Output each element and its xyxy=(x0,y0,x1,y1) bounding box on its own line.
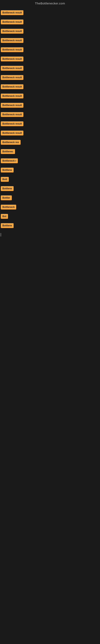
bottleneck-item: Bottleneck r xyxy=(0,156,100,166)
bottleneck-item: Bottleneck xyxy=(0,203,100,212)
site-title: TheBottlenecker.com xyxy=(35,2,65,5)
bottleneck-badge[interactable]: Bottleneck result xyxy=(1,66,23,71)
bottleneck-badge[interactable]: Bottlene xyxy=(1,223,14,228)
bottleneck-badge[interactable]: Bottleneck xyxy=(1,205,16,210)
bottleneck-badge[interactable]: Bottleneck result xyxy=(1,112,23,117)
bottleneck-badge[interactable]: Bott xyxy=(1,177,9,182)
bottleneck-badge[interactable]: Bottleneck result xyxy=(1,10,23,15)
bottleneck-item: Bottleneck result xyxy=(0,119,100,128)
bottleneck-badge[interactable]: Bottleneck result xyxy=(1,121,23,126)
bottleneck-item: Bottleneck res xyxy=(0,138,100,147)
bottleneck-item: Bottlene xyxy=(0,166,100,175)
bottleneck-item: Bottleneck result xyxy=(0,54,100,64)
bottleneck-item: Bottleneck result xyxy=(0,92,100,101)
bottleneck-item: Bottleneck result xyxy=(0,128,100,138)
bottleneck-badge[interactable]: Bot xyxy=(1,214,8,219)
bottleneck-item: Bottleneck result xyxy=(0,73,100,82)
bottleneck-item: Bottlene xyxy=(0,184,100,194)
bottleneck-item: Bottlene xyxy=(0,221,100,230)
bottleneck-badge[interactable]: Bottler xyxy=(1,196,12,200)
bottleneck-item: Bottleneck result xyxy=(0,18,100,27)
bottleneck-badge[interactable]: Bottlene xyxy=(1,186,14,191)
cursor-area: | xyxy=(0,232,100,238)
bottleneck-item: Bottleneck result xyxy=(0,82,100,92)
bottleneck-badge[interactable]: Bottleneck result xyxy=(1,84,23,89)
items-container: Bottleneck resultBottleneck resultBottle… xyxy=(0,8,100,230)
site-header: TheBottlenecker.com xyxy=(0,0,100,8)
bottleneck-item: Bottleneck result xyxy=(0,101,100,110)
bottleneck-item: Bottleneck result xyxy=(0,64,100,73)
cursor-indicator: | xyxy=(0,232,1,237)
bottleneck-item: Bottler xyxy=(0,194,100,203)
bottleneck-badge[interactable]: Bottleneck res xyxy=(1,140,21,145)
bottleneck-badge[interactable]: Bottlene xyxy=(1,168,14,172)
bottleneck-badge[interactable]: Bottleneck result xyxy=(1,38,23,43)
bottleneck-item: Bottleneck result xyxy=(0,45,100,54)
bottleneck-badge[interactable]: Bottleneck result xyxy=(1,130,23,136)
bottleneck-badge[interactable]: Bottleneck result xyxy=(1,29,23,34)
bottleneck-item: Bott xyxy=(0,175,100,184)
bottleneck-badge[interactable]: Bottleneck result xyxy=(1,103,23,108)
bottleneck-badge[interactable]: Bottleneck r xyxy=(1,158,18,163)
bottleneck-item: Bottleneck result xyxy=(0,27,100,36)
bottleneck-badge[interactable]: Bottleneck result xyxy=(1,20,23,24)
bottleneck-item: Bottleneck result xyxy=(0,110,100,119)
bottleneck-item: Bottleneck result xyxy=(0,36,100,45)
bottleneck-item: Bot xyxy=(0,212,100,221)
bottleneck-item: Bottlenec xyxy=(0,147,100,156)
bottleneck-badge[interactable]: Bottleneck result xyxy=(1,94,23,98)
bottleneck-badge[interactable]: Bottleneck result xyxy=(1,75,23,80)
bottleneck-badge[interactable]: Bottlenec xyxy=(1,149,15,154)
bottleneck-badge[interactable]: Bottleneck result xyxy=(1,47,23,52)
bottleneck-badge[interactable]: Bottleneck result xyxy=(1,56,23,62)
bottleneck-item: Bottleneck result xyxy=(0,8,100,18)
